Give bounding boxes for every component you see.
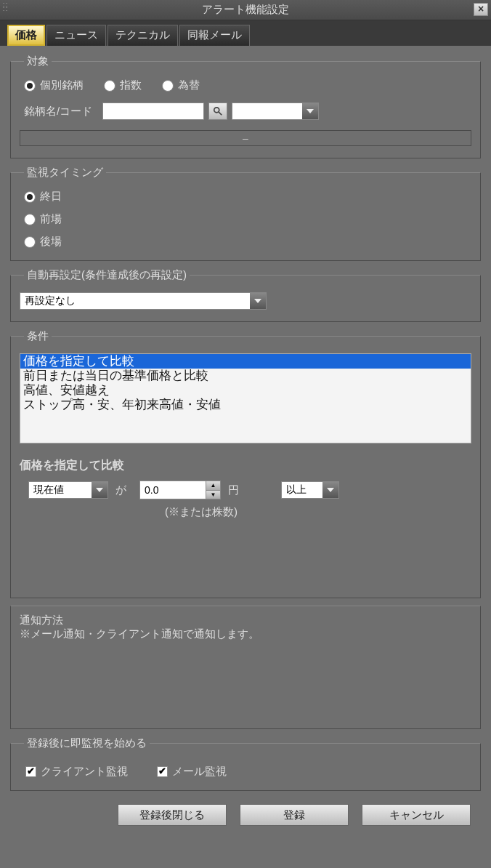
- window-title: アラート機能設定: [202, 3, 289, 17]
- radio-allday[interactable]: 終日: [24, 190, 471, 204]
- cancel-button[interactable]: キャンセル: [362, 804, 471, 826]
- notify-block: 通知方法 ※メール通知・クライアント通知で通知します。: [10, 606, 481, 729]
- radio-icon: [24, 236, 36, 248]
- group-target-legend: 対象: [24, 55, 52, 68]
- tab-news[interactable]: ニュース: [46, 25, 106, 46]
- svg-marker-3: [254, 299, 261, 303]
- comparator-dropdown[interactable]: 以上: [281, 481, 339, 499]
- dropdown-text: 以上: [282, 483, 322, 497]
- stepper-up-button[interactable]: ▲: [206, 481, 220, 490]
- dropdown-text: 再設定なし: [20, 294, 250, 308]
- list-item[interactable]: 前日または当日の基準価格と比較: [20, 369, 471, 383]
- target-info-bar: –: [20, 130, 471, 146]
- group-target: 対象 個別銘柄 指数 為替 銘柄名/コード: [10, 55, 481, 158]
- chevron-down-icon: [302, 103, 318, 119]
- close-after-register-button[interactable]: 登録後閉じる: [118, 804, 227, 826]
- radio-icon: [24, 80, 36, 92]
- group-auto-reset-legend: 自動再設定(条件達成後の再設定): [24, 268, 190, 282]
- group-start-legend: 登録後に即監視を始める: [24, 736, 150, 750]
- radio-icon: [24, 214, 36, 225]
- tabbar: 価格 ニュース テクニカル 同報メール: [0, 20, 491, 46]
- search-button[interactable]: [208, 103, 227, 120]
- label-yen: 円: [228, 483, 239, 497]
- price-value-stepper[interactable]: 0.0 ▲ ▼: [139, 481, 221, 499]
- condition-listbox[interactable]: 価格を指定して比較 前日または当日の基準価格と比較 高値、安値越え ストップ高・…: [20, 353, 471, 443]
- radio-icon: [104, 80, 115, 92]
- tab-broadcast-mail[interactable]: 同報メール: [179, 25, 250, 46]
- notify-body: ※メール通知・クライアント通知で通知します。: [20, 627, 471, 641]
- checkbox-label: メール監視: [172, 765, 227, 779]
- stepper-value: 0.0: [140, 481, 206, 499]
- content-area: 対象 個別銘柄 指数 為替 銘柄名/コード: [0, 46, 491, 868]
- checkbox-icon: [25, 766, 36, 777]
- radio-individual-stock[interactable]: 個別銘柄: [24, 79, 84, 92]
- radio-forex[interactable]: 為替: [162, 79, 200, 92]
- svg-marker-5: [327, 488, 334, 492]
- radio-icon: [162, 80, 174, 92]
- radio-morning-session[interactable]: 前場: [24, 212, 471, 226]
- register-button[interactable]: 登録: [240, 804, 349, 826]
- radio-label: 前場: [40, 212, 62, 226]
- radio-label: 指数: [120, 79, 142, 92]
- stepper-down-button[interactable]: ▼: [206, 490, 220, 499]
- checkbox-label: クライアント監視: [41, 765, 128, 779]
- titlebar: ∷∷ アラート機能設定 ×: [0, 0, 491, 20]
- label-ga: が: [115, 483, 126, 497]
- svg-point-0: [214, 108, 219, 113]
- checkbox-mail-monitor[interactable]: メール監視: [157, 765, 227, 779]
- checkbox-icon: [157, 766, 168, 777]
- radio-index[interactable]: 指数: [104, 79, 142, 92]
- condition-sub-header: 価格を指定して比較: [20, 458, 471, 473]
- group-start-monitoring: 登録後に即監視を始める クライアント監視 メール監視: [10, 736, 481, 791]
- price-type-dropdown[interactable]: 現在値: [28, 481, 108, 499]
- group-auto-reset: 自動再設定(条件達成後の再設定) 再設定なし: [10, 268, 481, 322]
- svg-marker-2: [307, 109, 314, 113]
- chevron-down-icon: [92, 482, 107, 498]
- radio-label: 後場: [40, 235, 62, 249]
- chevron-down-icon: [250, 293, 266, 309]
- auto-reset-dropdown[interactable]: 再設定なし: [20, 292, 267, 310]
- list-item[interactable]: ストップ高・安、年初来高値・安値: [20, 398, 471, 412]
- close-button[interactable]: ×: [474, 3, 488, 16]
- dropdown-text: 現在値: [29, 483, 92, 497]
- chevron-down-icon: [322, 482, 338, 498]
- radio-label: 為替: [178, 79, 200, 92]
- condition-note: (※または株数): [20, 505, 471, 519]
- checkbox-client-monitor[interactable]: クライアント監視: [25, 765, 128, 779]
- group-timing-legend: 監視タイミング: [24, 166, 106, 180]
- group-condition: 条件 価格を指定して比較 前日または当日の基準価格と比較 高値、安値越え ストッ…: [10, 329, 481, 598]
- radio-afternoon-session[interactable]: 後場: [24, 235, 471, 249]
- list-item[interactable]: 高値、安値越え: [20, 383, 471, 398]
- list-item[interactable]: 価格を指定して比較: [20, 354, 471, 369]
- group-timing: 監視タイミング 終日 前場 後場: [10, 166, 481, 261]
- code-input[interactable]: [102, 103, 204, 120]
- notify-head: 通知方法: [20, 614, 471, 627]
- svg-marker-4: [96, 488, 103, 492]
- search-icon: [213, 106, 223, 116]
- radio-label: 個別銘柄: [40, 79, 84, 92]
- radio-label: 終日: [40, 190, 62, 204]
- tab-price[interactable]: 価格: [7, 25, 45, 46]
- svg-line-1: [219, 112, 222, 115]
- code-label: 銘柄名/コード: [24, 105, 92, 118]
- tab-technical[interactable]: テクニカル: [107, 25, 178, 46]
- group-condition-legend: 条件: [24, 329, 52, 343]
- target-dropdown[interactable]: [232, 103, 319, 120]
- radio-icon: [24, 191, 36, 203]
- footer: 登録後閉じる 登録 キャンセル: [10, 798, 481, 835]
- window-grip-icon: ∷∷: [3, 3, 7, 12]
